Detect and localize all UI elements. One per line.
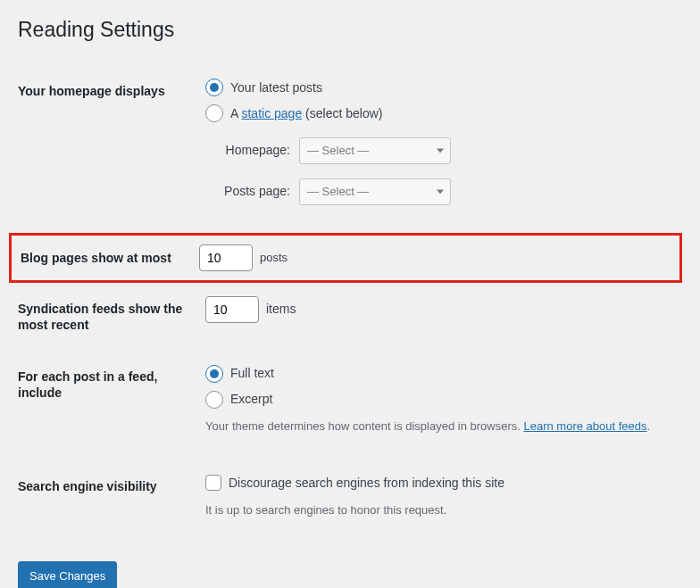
reading-settings-page: Reading Settings Your homepage displays … bbox=[0, 0, 700, 588]
radio-latest-posts[interactable] bbox=[205, 79, 223, 96]
page-title: Reading Settings bbox=[18, 9, 682, 47]
radio-excerpt[interactable] bbox=[205, 391, 223, 409]
radio-static-page[interactable] bbox=[205, 104, 223, 122]
blog-pages-suffix: posts bbox=[260, 251, 288, 264]
posts-page-select[interactable]: — Select — bbox=[299, 178, 451, 205]
save-changes-button[interactable]: Save Changes bbox=[18, 561, 117, 588]
search-visibility-label: Search engine visibility bbox=[18, 460, 196, 544]
static-suffix: (select below) bbox=[302, 106, 382, 120]
radio-static-page-label[interactable]: A static page (select below) bbox=[230, 104, 382, 123]
homepage-select-label: Homepage: bbox=[205, 141, 290, 160]
radio-excerpt-label[interactable]: Excerpt bbox=[230, 390, 272, 409]
search-visibility-description: It is up to search engines to honor this… bbox=[205, 501, 673, 519]
learn-more-feeds-link[interactable]: Learn more about feeds bbox=[523, 419, 646, 433]
syndication-label: Syndication feeds show the most recent bbox=[18, 283, 196, 351]
syndication-input[interactable] bbox=[205, 296, 259, 323]
static-page-link[interactable]: static page bbox=[241, 106, 302, 120]
syndication-suffix: items bbox=[266, 300, 296, 319]
blog-pages-highlight: Blog pages show at most posts bbox=[9, 233, 682, 283]
static-prefix: A bbox=[230, 106, 241, 120]
radio-latest-posts-label[interactable]: Your latest posts bbox=[230, 79, 322, 97]
feed-desc-suffix: . bbox=[647, 419, 651, 433]
posts-page-select-label: Posts page: bbox=[205, 182, 290, 201]
settings-form-table-2: Syndication feeds show the most recent i… bbox=[18, 283, 682, 543]
blog-pages-label: Blog pages show at most bbox=[12, 251, 199, 265]
discourage-search-label[interactable]: Discourage search engines from indexing … bbox=[229, 474, 504, 493]
feed-content-description: Your theme determines how content is dis… bbox=[205, 418, 673, 435]
blog-pages-input[interactable] bbox=[199, 244, 253, 271]
radio-full-text-label[interactable]: Full text bbox=[230, 364, 274, 383]
settings-form-table: Your homepage displays Your latest posts… bbox=[18, 65, 682, 233]
feed-desc-prefix: Your theme determines how content is dis… bbox=[205, 419, 523, 433]
radio-full-text[interactable] bbox=[205, 365, 223, 383]
homepage-select[interactable]: — Select — bbox=[299, 137, 451, 164]
feed-content-label: For each post in a feed, include bbox=[18, 351, 196, 460]
homepage-displays-label: Your homepage displays bbox=[18, 65, 196, 233]
discourage-search-checkbox[interactable] bbox=[205, 475, 221, 491]
